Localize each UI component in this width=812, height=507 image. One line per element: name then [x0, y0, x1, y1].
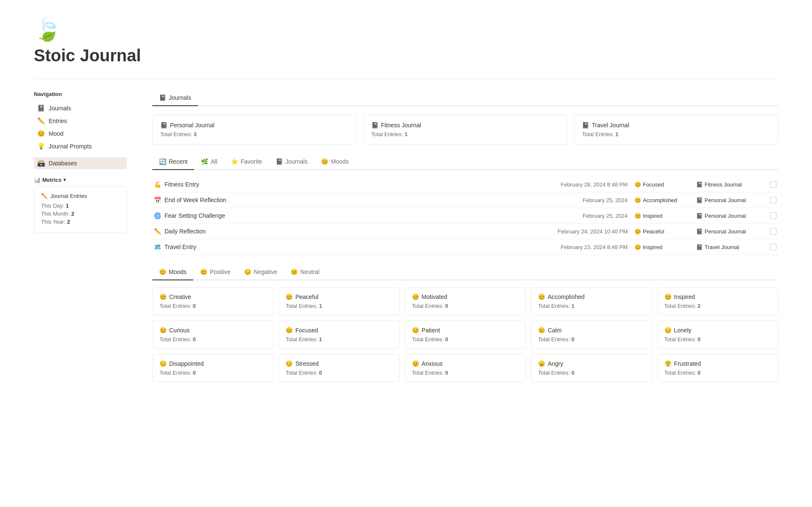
- moods-tab-positive[interactable]: 😊 Positive: [193, 265, 237, 280]
- tab-journals-icon: 📓: [159, 94, 166, 101]
- entry-mood-icon-week-reflection: 😊: [634, 197, 641, 203]
- entry-row-daily-reflection[interactable]: ✏️ Daily Reflection February 24, 2024 10…: [152, 224, 778, 239]
- entry-checkbox-week-reflection[interactable]: [770, 197, 776, 203]
- entry-journal-travel: 📓 Travel Journal: [696, 244, 760, 250]
- mood-icon-inspired: 😊: [664, 293, 672, 300]
- filter-tab-journals[interactable]: 📓 Journals: [269, 155, 315, 170]
- entry-row-week-reflection[interactable]: 📅 End of Week Reflection February 25, 20…: [152, 192, 778, 208]
- metrics-chevron-icon[interactable]: ▾: [63, 177, 66, 183]
- mood-card-meta-peaceful: Total Entries: 1: [285, 303, 392, 309]
- mood-card-anxious[interactable]: 😟 Anxious Total Entries: 0: [405, 354, 526, 382]
- sidebar-item-mood[interactable]: 😊 Mood: [34, 128, 127, 140]
- sidebar-item-journal-prompts[interactable]: 💡 Journal Prompts: [34, 140, 127, 152]
- metrics-this-year: This Year: 2: [41, 219, 120, 225]
- entry-row-fitness[interactable]: 💪 Fitness Entry February 28, 2024 8:48 P…: [152, 177, 778, 192]
- positive-tab-icon: 😊: [200, 269, 207, 275]
- mood-card-peaceful[interactable]: 😊 Peaceful Total Entries: 1: [278, 287, 399, 315]
- entry-title-daily-reflection: ✏️ Daily Reflection: [154, 228, 535, 235]
- mood-card-meta-patient: Total Entries: 0: [412, 336, 518, 343]
- mood-card-title-anxious: 😟 Anxious: [412, 360, 518, 367]
- entry-mood-icon-travel: 😊: [634, 244, 641, 250]
- mood-card-title-angry: 😠 Angry: [538, 360, 645, 367]
- entry-icon-fear-setting: 🌀: [154, 212, 161, 219]
- entry-journal-icon-daily-reflection: 📓: [696, 228, 703, 235]
- all-icon: 🌿: [201, 158, 208, 165]
- mood-icon-lonely: 😔: [664, 327, 672, 334]
- tab-journals[interactable]: 📓 Journals: [152, 91, 198, 106]
- mood-card-title-frustrated: 😤 Frustrated: [664, 360, 771, 367]
- moods-tab-neutral[interactable]: 😐 Neutral: [284, 265, 326, 280]
- mood-card-meta-lonely: Total Entries: 0: [664, 336, 771, 343]
- mood-card-disappointed[interactable]: 😔 Disappointed Total Entries: 0: [152, 354, 273, 382]
- mood-card-inspired[interactable]: 😊 Inspired Total Entries: 2: [657, 287, 778, 315]
- personal-journal-icon: 📓: [160, 122, 167, 129]
- mood-card-motivated[interactable]: 😊 Motivated Total Entries: 0: [405, 287, 526, 315]
- mood-card-creative[interactable]: 😊 Creative Total Entries: 0: [152, 287, 273, 315]
- main-tab-bar: 📓 Journals: [152, 91, 778, 106]
- entry-journal-icon-travel: 📓: [696, 244, 703, 250]
- entry-journal-week-reflection: 📓 Personal Journal: [696, 197, 760, 203]
- mood-card-frustrated[interactable]: 😤 Frustrated Total Entries: 0: [657, 354, 778, 382]
- journal-card-travel[interactable]: 📓 Travel Journal Total Entries: 1: [574, 115, 778, 145]
- mood-icon-angry: 😠: [538, 360, 545, 367]
- mood-card-lonely[interactable]: 😔 Lonely Total Entries: 0: [657, 321, 778, 349]
- entry-checkbox-fitness[interactable]: [770, 181, 776, 188]
- databases-icon: 🗃️: [37, 159, 45, 167]
- mood-card-meta-anxious: Total Entries: 0: [412, 370, 518, 376]
- mood-icon-peaceful: 😊: [285, 293, 293, 300]
- moods-tab-all[interactable]: 😊 Moods: [152, 265, 193, 280]
- mood-card-meta-angry: Total Entries: 0: [538, 370, 645, 376]
- mood-card-patient[interactable]: 😊 Patient Total Entries: 0: [405, 321, 526, 349]
- entry-row-travel[interactable]: 🗺️ Travel Entry February 23, 2024 8:48 P…: [152, 239, 778, 255]
- entry-row-fear-setting[interactable]: 🌀 Fear Setting Challenge February 25, 20…: [152, 208, 778, 224]
- metrics-this-day: This Day: 1: [41, 203, 120, 209]
- mood-icon-disappointed: 😔: [159, 360, 167, 367]
- journal-card-fitness[interactable]: 📓 Fitness Journal Total Entries: 1: [363, 115, 568, 145]
- mood-card-title-focused: 😊 Focused: [285, 327, 392, 334]
- mood-card-title-peaceful: 😊 Peaceful: [285, 293, 392, 300]
- mood-card-accomplished[interactable]: 😊 Accomplished Total Entries: 1: [531, 287, 652, 315]
- mood-card-meta-creative: Total Entries: 0: [159, 303, 266, 309]
- mood-card-stressed[interactable]: 😔 Stressed Total Entries: 0: [278, 354, 399, 382]
- sidebar-item-databases[interactable]: 🗃️ Databases: [34, 157, 127, 169]
- filter-tab-favorite[interactable]: ⭐ Favorite: [224, 155, 269, 170]
- moods-filter-bar: 😊 Moods 😊 Positive 😔 Negative 😐 Neutral: [152, 265, 778, 280]
- metrics-card-title: ✏️ Journal Entries: [41, 193, 120, 199]
- entry-journal-fear-setting: 📓 Personal Journal: [696, 213, 760, 219]
- metrics-this-month: This Month: 2: [41, 211, 120, 217]
- mood-card-title-disappointed: 😔 Disappointed: [159, 360, 266, 367]
- filter-bar: 🔄 Recent 🌿 All ⭐ Favorite 📓 Journals 😊: [152, 155, 778, 170]
- filter-tab-recent[interactable]: 🔄 Recent: [152, 155, 194, 170]
- entry-checkbox-daily-reflection[interactable]: [770, 228, 776, 235]
- mood-card-curious[interactable]: 😊 Curious Total Entries: 0: [152, 321, 273, 349]
- filter-tab-moods[interactable]: 😊 Moods: [314, 155, 355, 170]
- filter-tab-all[interactable]: 🌿 All: [194, 155, 224, 170]
- entry-checkbox-travel[interactable]: [770, 244, 776, 250]
- nav-menu: 📓 Journals ✏️ Entries 😊 Mood 💡 Journal P…: [34, 102, 127, 152]
- journal-card-personal[interactable]: 📓 Personal Journal Total Entries: 3: [152, 115, 357, 145]
- journal-card-title-travel: 📓 Travel Journal: [582, 122, 770, 129]
- entry-mood-week-reflection: 😊 Accomplished: [634, 197, 689, 203]
- mood-icon-creative: 😊: [159, 293, 167, 300]
- mood-card-focused[interactable]: 😊 Focused Total Entries: 1: [278, 321, 399, 349]
- entry-meta-fear-setting: February 25, 2024 😊 Inspired 📓 Personal …: [535, 212, 776, 219]
- entry-title-week-reflection: 📅 End of Week Reflection: [154, 197, 535, 203]
- entries-icon: ✏️: [37, 117, 45, 125]
- sidebar-item-entries[interactable]: ✏️ Entries: [34, 115, 127, 127]
- mood-card-angry[interactable]: 😠 Angry Total Entries: 0: [531, 354, 652, 382]
- negative-tab-icon: 😔: [244, 269, 251, 275]
- entry-meta-daily-reflection: February 24, 2024 10:40 PM 😊 Peaceful 📓 …: [535, 228, 776, 235]
- fitness-journal-icon: 📓: [371, 122, 379, 129]
- sidebar-item-label-journal-prompts: Journal Prompts: [49, 143, 92, 150]
- mood-card-meta-inspired: Total Entries: 2: [664, 303, 771, 309]
- sidebar-item-journals[interactable]: 📓 Journals: [34, 102, 127, 114]
- mood-card-calm[interactable]: 😐 Calm Total Entries: 0: [531, 321, 652, 349]
- moods-tab-negative[interactable]: 😔 Negative: [237, 265, 284, 280]
- entry-checkbox-fear-setting[interactable]: [770, 212, 776, 219]
- entry-meta-travel: February 23, 2024 8:48 PM 😊 Inspired 📓 T…: [535, 244, 776, 250]
- entry-journal-daily-reflection: 📓 Personal Journal: [696, 228, 760, 235]
- mood-icon-accomplished: 😊: [538, 293, 545, 300]
- metrics-card: ✏️ Journal Entries This Day: 1 This Mont…: [34, 186, 127, 233]
- journal-card-title-fitness: 📓 Fitness Journal: [371, 122, 560, 129]
- mood-card-title-inspired: 😊 Inspired: [664, 293, 771, 300]
